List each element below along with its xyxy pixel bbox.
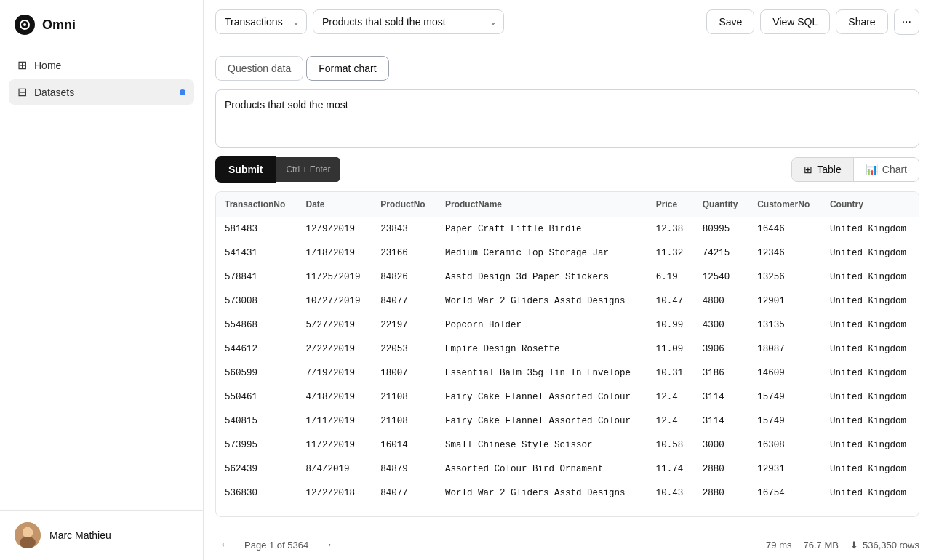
cell-customerno: 16446 — [748, 217, 821, 241]
cell-country: United Kingdom — [821, 457, 919, 481]
cell-productname: Essential Balm 35g Tin In Envelope — [436, 361, 647, 385]
cell-date: 10/27/2019 — [297, 289, 372, 313]
cell-customerno: 14609 — [748, 361, 821, 385]
sidebar-item-datasets[interactable]: ⊟ Datasets — [9, 79, 194, 105]
main-panel: Transactions Orders Customers ⌄ Products… — [204, 0, 931, 560]
svg-point-1 — [23, 23, 26, 26]
sidebar-item-label: Home — [34, 60, 61, 71]
submit-main-button[interactable]: Submit — [215, 156, 276, 183]
cell-date: 4/18/2019 — [297, 385, 372, 409]
cell-transactionno: 573008 — [216, 289, 297, 313]
cell-quantity: 3000 — [694, 433, 748, 457]
app-name: Omni — [42, 17, 76, 33]
cell-quantity: 3114 — [694, 409, 748, 433]
filesize-stat: 76.7 MB — [804, 540, 839, 551]
cell-productname: Small Chinese Style Scissor — [436, 433, 647, 457]
tab-question-data[interactable]: Question data — [215, 56, 303, 81]
table-row: 5408151/11/201921108Fairy Cake Flannel A… — [216, 409, 919, 433]
cell-date: 7/19/2019 — [297, 361, 372, 385]
table-row: 5446122/22/201922053Empire Design Rosett… — [216, 337, 919, 361]
cell-quantity: 3186 — [694, 361, 748, 385]
table-row: 57300810/27/201984077World War 2 Gliders… — [216, 289, 919, 313]
cell-country: United Kingdom — [821, 337, 919, 361]
cell-productname: Fairy Cake Flannel Assorted Colour — [436, 385, 647, 409]
view-sql-button[interactable]: View SQL — [760, 9, 830, 34]
cell-price: 10.58 — [647, 433, 694, 457]
cell-country: United Kingdom — [821, 217, 919, 241]
source-select[interactable]: Transactions Orders Customers — [215, 9, 307, 34]
app-logo: Omni — [0, 0, 203, 47]
tab-format-chart[interactable]: Format chart — [306, 56, 388, 81]
cell-productname: Assorted Colour Bird Ornament — [436, 457, 647, 481]
title-select-wrapper: Products that sold the most Top Customer… — [313, 9, 504, 34]
cell-quantity: 74215 — [694, 241, 748, 265]
chart-view-label: Chart — [882, 164, 907, 175]
cell-country: United Kingdom — [821, 385, 919, 409]
user-name: Marc Mathieu — [49, 529, 111, 541]
cell-transactionno: 541431 — [216, 241, 297, 265]
prev-page-button[interactable]: ← — [215, 537, 236, 553]
logo-icon — [15, 15, 35, 35]
cell-productname: World War 2 Gliders Asstd Designs — [436, 481, 647, 505]
cell-productname: Popcorn Holder — [436, 313, 647, 337]
cell-productno: 16014 — [372, 433, 436, 457]
table-row: 5605997/19/201918007Essential Balm 35g T… — [216, 361, 919, 385]
cell-quantity: 3906 — [694, 337, 748, 361]
table-view-label: Table — [817, 164, 841, 175]
submit-shortcut-button[interactable]: Ctrl + Enter — [276, 157, 340, 182]
data-table-container: TransactionNo Date ProductNo ProductName… — [215, 191, 919, 517]
topbar: Transactions Orders Customers ⌄ Products… — [204, 0, 931, 44]
svg-point-4 — [20, 537, 36, 548]
cell-date: 12/9/2019 — [297, 217, 372, 241]
share-button[interactable]: Share — [836, 9, 887, 34]
col-quantity: Quantity — [694, 192, 748, 217]
more-button[interactable]: ··· — [894, 9, 919, 35]
cell-customerno: 16308 — [748, 433, 821, 457]
cell-productno: 18007 — [372, 361, 436, 385]
save-button[interactable]: Save — [706, 9, 754, 34]
table-body: 58148312/9/201923843Paper Craft Little B… — [216, 217, 919, 505]
title-select[interactable]: Products that sold the most Top Customer… — [313, 9, 504, 34]
next-page-button[interactable]: → — [317, 537, 337, 553]
cell-customerno: 13135 — [748, 313, 821, 337]
cell-quantity: 4300 — [694, 313, 748, 337]
cell-price: 10.47 — [647, 289, 694, 313]
cell-country: United Kingdom — [821, 481, 919, 505]
cell-productno: 22053 — [372, 337, 436, 361]
cell-productno: 21108 — [372, 409, 436, 433]
cell-customerno: 12901 — [748, 289, 821, 313]
active-dot — [180, 89, 185, 95]
cell-productno: 84077 — [372, 289, 436, 313]
col-transactionno: TransactionNo — [216, 192, 297, 217]
cell-quantity: 3114 — [694, 385, 748, 409]
cell-country: United Kingdom — [821, 289, 919, 313]
sidebar-item-home[interactable]: ⊞ Home — [9, 52, 194, 78]
cell-date: 11/2/2019 — [297, 433, 372, 457]
cell-date: 8/4/2019 — [297, 457, 372, 481]
chart-view-button[interactable]: 📊 Chart — [853, 158, 919, 181]
cell-date: 1/18/2019 — [297, 241, 372, 265]
download-button[interactable]: ⬇ 536,350 rows — [850, 540, 919, 551]
sidebar-nav: ⊞ Home ⊟ Datasets — [0, 47, 203, 510]
cell-customerno: 16754 — [748, 481, 821, 505]
cell-price: 12.4 — [647, 409, 694, 433]
chart-icon: 📊 — [866, 164, 878, 175]
row-count: 536,350 rows — [863, 540, 919, 551]
cell-transactionno: 544612 — [216, 337, 297, 361]
col-customerno: CustomerNo — [748, 192, 821, 217]
pagination: ← Page 1 of 5364 → — [215, 537, 337, 553]
table-row: 53683012/2/201884077World War 2 Gliders … — [216, 481, 919, 505]
cell-customerno: 15749 — [748, 409, 821, 433]
cell-productno: 23843 — [372, 217, 436, 241]
table-row: 5624398/4/201984879Assorted Colour Bird … — [216, 457, 919, 481]
cell-country: United Kingdom — [821, 361, 919, 385]
col-price: Price — [647, 192, 694, 217]
cell-price: 12.4 — [647, 385, 694, 409]
query-input[interactable]: Products that sold the most — [215, 89, 919, 148]
table-row: 5548685/27/201922197Popcorn Holder10.994… — [216, 313, 919, 337]
table-view-button[interactable]: ⊞ Table — [792, 158, 852, 181]
source-select-wrapper: Transactions Orders Customers ⌄ — [215, 9, 307, 34]
submit-button-group: Submit Ctrl + Enter — [215, 156, 340, 183]
cell-price: 10.43 — [647, 481, 694, 505]
col-productno: ProductNo — [372, 192, 436, 217]
